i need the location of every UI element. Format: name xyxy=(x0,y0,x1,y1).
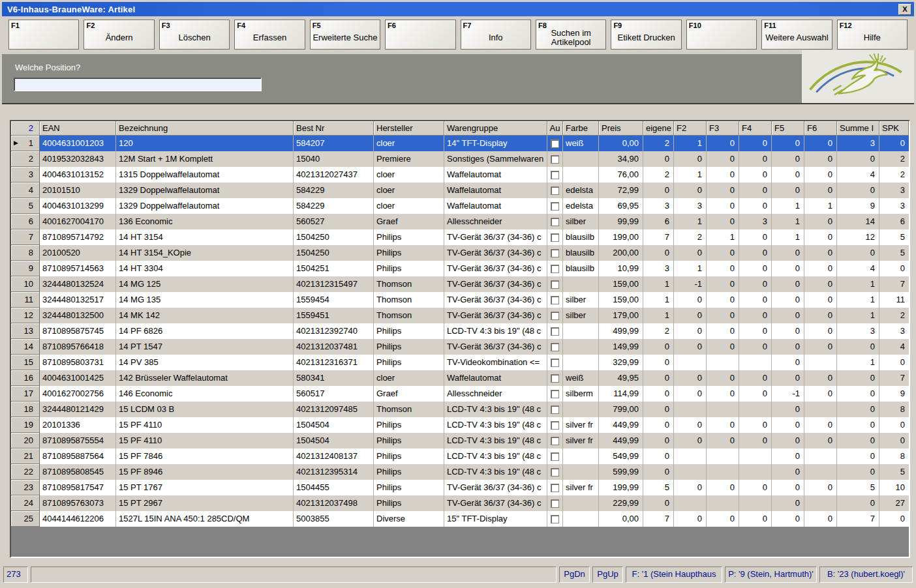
au-checkbox[interactable] xyxy=(551,499,559,508)
table-row[interactable]: 21871089588756415 PF 78464021312408137Ph… xyxy=(11,448,909,464)
table-row[interactable]: 2540441446122061527L 15IN ANA 450:1 285C… xyxy=(11,511,909,527)
status-pgdn[interactable]: PgDn xyxy=(559,566,590,583)
column-header-summe-i[interactable]: Summe I xyxy=(837,121,879,136)
au-checkbox[interactable] xyxy=(551,359,559,367)
row-number-cell[interactable]: 10 xyxy=(11,276,40,292)
table-row[interactable]: 340046310131521315 Doppelwaffelautomat40… xyxy=(11,167,909,183)
row-number-cell[interactable]: 22 xyxy=(11,464,40,480)
table-row[interactable]: 4201015101329 Doppelwaffelautomat584229c… xyxy=(11,183,909,198)
au-checkbox[interactable] xyxy=(551,265,559,273)
au-checkbox[interactable] xyxy=(551,452,559,461)
au-checkbox[interactable] xyxy=(551,468,559,477)
table-row[interactable]: 9871089571456314 HT 33041504251PhilipsTV… xyxy=(11,261,909,276)
table-row[interactable]: 10324448013252414 MG 1254021312315497Tho… xyxy=(11,276,909,292)
table-row[interactable]: 64001627004170136 Economic560527GraefAll… xyxy=(11,214,909,229)
row-number-cell[interactable]: 15 xyxy=(11,355,40,370)
au-checkbox[interactable] xyxy=(551,233,559,242)
column-header-warengruppe[interactable]: Warengruppe xyxy=(444,121,547,136)
row-number-cell[interactable]: 2 xyxy=(11,151,40,167)
column-header-f2[interactable]: F2 xyxy=(674,121,707,136)
table-row[interactable]: 2401953203284312M Start + 1M Komplett150… xyxy=(11,151,909,167)
column-header-hersteller[interactable]: Hersteller xyxy=(374,121,444,136)
column-header-best-nr[interactable]: Best Nr xyxy=(294,121,374,136)
row-number-cell[interactable]: ▶1 xyxy=(11,136,40,151)
au-checkbox[interactable] xyxy=(551,374,559,383)
toolbar-button-f1[interactable]: F1 xyxy=(8,20,79,50)
table-row[interactable]: 22871089580854515 PF 89464021312395314Ph… xyxy=(11,464,909,480)
row-number-cell[interactable]: 20 xyxy=(11,433,40,448)
row-number-cell[interactable]: 16 xyxy=(11,370,40,386)
toolbar-button-f12[interactable]: F12 Hilfe xyxy=(837,20,908,50)
toolbar-button-f11[interactable]: F11 Weitere Auswahl xyxy=(761,20,832,50)
row-number-cell[interactable]: 6 xyxy=(11,214,40,229)
row-number-cell[interactable]: 11 xyxy=(11,292,40,308)
toolbar-button-f3[interactable]: F3 Löschen xyxy=(159,20,230,50)
au-checkbox[interactable] xyxy=(551,343,559,351)
table-row[interactable]: 164004631001425142 Brüsseler Waffelautom… xyxy=(11,370,909,386)
column-header-bezeichnung[interactable]: Bezeichnung xyxy=(116,121,294,136)
column-header-au[interactable]: Au xyxy=(547,121,563,136)
search-input[interactable] xyxy=(14,78,262,91)
column-header-ean[interactable]: EAN xyxy=(40,121,116,136)
au-checkbox[interactable] xyxy=(551,202,559,211)
toolbar-button-f2[interactable]: F2 Ändern xyxy=(84,20,154,50)
row-number-cell[interactable]: 4 xyxy=(11,183,40,198)
au-checkbox[interactable] xyxy=(551,312,559,320)
row-number-cell[interactable]: 25 xyxy=(11,511,40,527)
row-number-cell[interactable]: 14 xyxy=(11,339,40,355)
table-row[interactable]: 14871089576641814 PT 15474021312037481Ph… xyxy=(11,339,909,355)
table-row[interactable]: 7871089571479214 HT 31541504250PhilipsTV… xyxy=(11,229,909,245)
au-checkbox[interactable] xyxy=(551,140,559,148)
toolbar-button-f9[interactable]: F9 Etikett Drucken xyxy=(611,20,681,50)
column-header-spk[interactable]: SPK xyxy=(879,121,909,136)
toolbar-button-f10[interactable]: F10 xyxy=(686,20,757,50)
row-number-cell[interactable]: 18 xyxy=(11,402,40,417)
au-checkbox[interactable] xyxy=(551,437,559,445)
au-checkbox[interactable] xyxy=(551,296,559,304)
table-row[interactable]: 11324448013251714 MG 1351559454ThomsonTV… xyxy=(11,292,909,308)
au-checkbox[interactable] xyxy=(551,280,559,289)
au-checkbox[interactable] xyxy=(551,155,559,164)
row-number-cell[interactable]: 23 xyxy=(11,480,40,495)
row-number-cell[interactable]: 8 xyxy=(11,245,40,261)
toolbar-button-f6[interactable]: F6 xyxy=(385,20,455,50)
table-row[interactable]: ▶14004631001203120584207cloer14" TFT-Dis… xyxy=(11,136,909,151)
row-number-cell[interactable]: 21 xyxy=(11,448,40,464)
row-number-cell[interactable]: 17 xyxy=(11,386,40,402)
grid-corner-cell[interactable]: 2 xyxy=(11,121,40,136)
row-number-cell[interactable]: 13 xyxy=(11,323,40,339)
table-row[interactable]: 20871089587555415 PF 41101504504PhilipsL… xyxy=(11,433,909,448)
row-number-cell[interactable]: 5 xyxy=(11,198,40,214)
column-header-f5[interactable]: F5 xyxy=(772,121,804,136)
table-row[interactable]: 15871089580373114 PV 3854021312316371Phi… xyxy=(11,355,909,370)
toolbar-button-f5[interactable]: F5 Erweiterte Suche xyxy=(310,20,380,50)
au-checkbox[interactable] xyxy=(551,171,559,179)
table-row[interactable]: 82010052014 HT 3154_KOpie1504250PhilipsT… xyxy=(11,245,909,261)
au-checkbox[interactable] xyxy=(551,421,559,430)
row-number-cell[interactable]: 12 xyxy=(11,308,40,323)
au-checkbox[interactable] xyxy=(551,484,559,492)
close-button[interactable]: X xyxy=(898,4,911,15)
table-row[interactable]: 540046310132991329 Doppelwaffelautomat58… xyxy=(11,198,909,214)
au-checkbox[interactable] xyxy=(551,390,559,398)
table-row[interactable]: 13871089587574514 PF 68264021312392740Ph… xyxy=(11,323,909,339)
au-checkbox[interactable] xyxy=(551,515,559,523)
toolbar-button-f8[interactable]: F8 Suchen im Artikelpool xyxy=(536,20,606,50)
table-row[interactable]: 174001627002756146 Economic560517GraefAl… xyxy=(11,386,909,402)
row-number-cell[interactable]: 9 xyxy=(11,261,40,276)
column-header-f6[interactable]: F6 xyxy=(804,121,837,136)
au-checkbox[interactable] xyxy=(551,405,559,414)
au-checkbox[interactable] xyxy=(551,249,559,257)
toolbar-button-f7[interactable]: F7 Info xyxy=(461,20,531,50)
column-header-f4[interactable]: F4 xyxy=(739,121,772,136)
table-row[interactable]: 18324448012142915 LCDM 03 B4021312097485… xyxy=(11,402,909,417)
column-header-f3[interactable]: F3 xyxy=(707,121,739,136)
column-header-farbe[interactable]: Farbe xyxy=(563,121,599,136)
toolbar-button-f4[interactable]: F4 Erfassen xyxy=(234,20,305,50)
table-row[interactable]: 24871089576307315 PT 29674021312037498Ph… xyxy=(11,495,909,511)
row-number-cell[interactable]: 19 xyxy=(11,417,40,433)
column-header-eigene[interactable]: eigene xyxy=(643,121,674,136)
table-row[interactable]: 12324448013250014 MK 1421559451ThomsonTV… xyxy=(11,308,909,323)
status-pgup[interactable]: PgUp xyxy=(592,566,623,583)
row-number-cell[interactable]: 3 xyxy=(11,167,40,183)
